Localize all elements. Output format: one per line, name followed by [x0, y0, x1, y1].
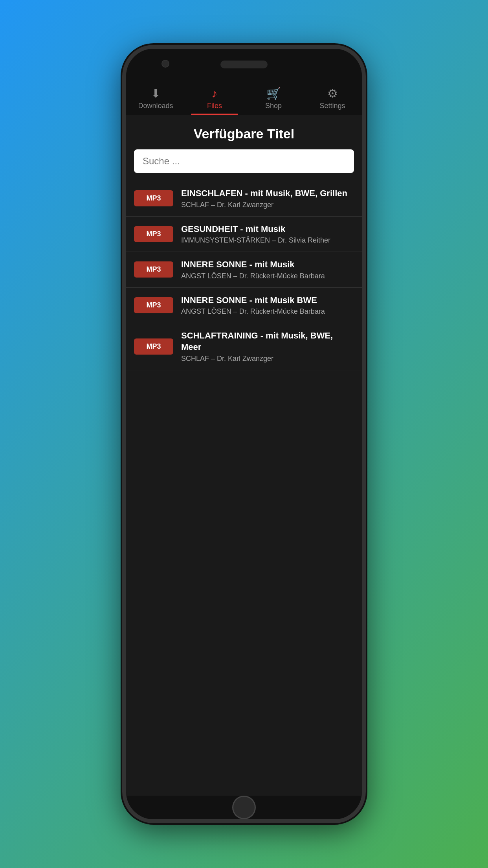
item-text: GESUNDHEIT - mit Musik IMMUNSYSTEM-STÄRK…	[181, 224, 354, 245]
tab-files-label: Files	[207, 102, 222, 110]
item-text: EINSCHLAFEN - mit Musik, BWE, Grillen SC…	[181, 188, 354, 209]
list-item[interactable]: MP3 INNERE SONNE - mit Musik ANGST LÖSEN…	[126, 252, 362, 288]
tab-settings[interactable]: ⚙ Settings	[303, 80, 362, 115]
item-text: SCHLAFTRAINING - mit Musik, BWE, Meer SC…	[181, 330, 354, 362]
item-text: INNERE SONNE - mit Musik ANGST LÖSEN – D…	[181, 259, 354, 280]
screen: ⬇ Downloads ♪ Files 🛒 Shop ⚙ Settings Ve…	[126, 80, 362, 796]
download-icon: ⬇	[151, 86, 161, 100]
item-text: INNERE SONNE - mit Musik BWE ANGST LÖSEN…	[181, 295, 354, 316]
tab-settings-label: Settings	[319, 102, 345, 110]
list-item[interactable]: MP3 SCHLAFTRAINING - mit Musik, BWE, Mee…	[126, 323, 362, 370]
mp3-badge: MP3	[134, 338, 173, 355]
tab-downloads-label: Downloads	[138, 102, 173, 110]
item-title: GESUNDHEIT - mit Musik	[181, 224, 354, 235]
item-subtitle: IMMUNSYSTEM-STÄRKEN – Dr. Silvia Reither	[181, 236, 354, 245]
item-subtitle: ANGST LÖSEN – Dr. Rückert-Mücke Barbara	[181, 272, 354, 280]
item-title: EINSCHLAFEN - mit Musik, BWE, Grillen	[181, 188, 354, 199]
list-container: MP3 EINSCHLAFEN - mit Musik, BWE, Grille…	[126, 181, 362, 796]
tab-bar: ⬇ Downloads ♪ Files 🛒 Shop ⚙ Settings	[126, 80, 362, 115]
cart-icon: 🛒	[266, 86, 281, 100]
mp3-badge: MP3	[134, 190, 173, 206]
page-title: Verfügbare Titel	[126, 115, 362, 149]
gear-icon: ⚙	[327, 86, 338, 100]
bottom-bar	[126, 796, 362, 819]
mp3-badge: MP3	[134, 297, 173, 313]
mp3-badge: MP3	[134, 261, 173, 278]
tab-shop-label: Shop	[265, 102, 282, 110]
list-item[interactable]: MP3 EINSCHLAFEN - mit Musik, BWE, Grille…	[126, 181, 362, 217]
search-input[interactable]	[134, 149, 354, 173]
top-bar	[126, 49, 362, 80]
phone-shell: ⬇ Downloads ♪ Files 🛒 Shop ⚙ Settings Ve…	[122, 45, 366, 823]
item-title: SCHLAFTRAINING - mit Musik, BWE, Meer	[181, 330, 354, 353]
item-subtitle: SCHLAF – Dr. Karl Zwanzger	[181, 355, 354, 363]
list-item[interactable]: MP3 INNERE SONNE - mit Musik BWE ANGST L…	[126, 288, 362, 324]
item-subtitle: SCHLAF – Dr. Karl Zwanzger	[181, 201, 354, 209]
mp3-badge: MP3	[134, 226, 173, 242]
item-title: INNERE SONNE - mit Musik BWE	[181, 295, 354, 306]
list-item[interactable]: MP3 GESUNDHEIT - mit Musik IMMUNSYSTEM-S…	[126, 217, 362, 252]
speaker	[220, 61, 268, 68]
search-container	[126, 149, 362, 181]
music-icon: ♪	[212, 87, 218, 100]
camera	[161, 60, 169, 68]
item-title: INNERE SONNE - mit Musik	[181, 259, 354, 270]
tab-files[interactable]: ♪ Files	[185, 80, 244, 115]
home-button[interactable]	[232, 796, 256, 819]
tab-downloads[interactable]: ⬇ Downloads	[126, 80, 185, 115]
item-subtitle: ANGST LÖSEN – Dr. Rückert-Mücke Barbara	[181, 307, 354, 316]
tab-shop[interactable]: 🛒 Shop	[244, 80, 303, 115]
